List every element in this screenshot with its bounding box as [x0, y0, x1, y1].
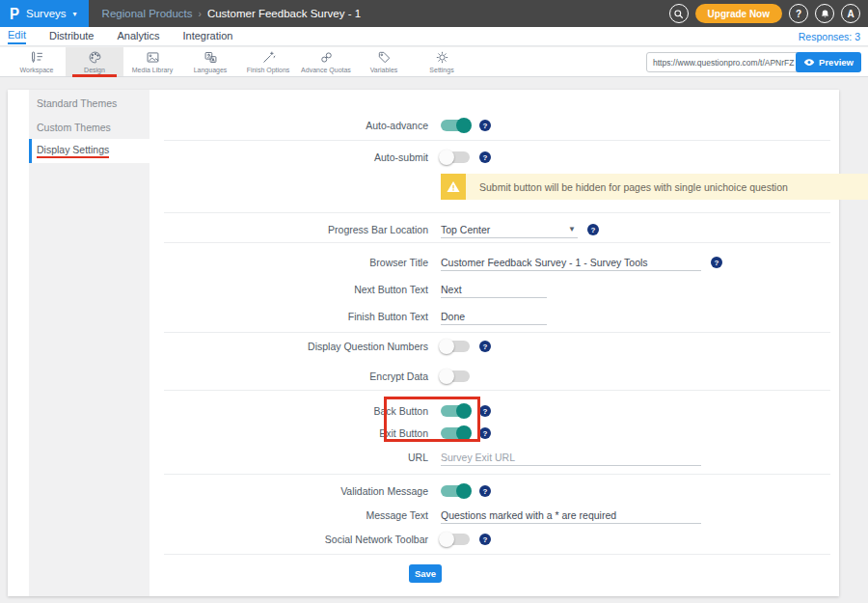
toggle-knob [456, 118, 472, 133]
tab-advance-quotas[interactable]: Advance Quotas [297, 47, 355, 76]
chevron-down-icon: ▼ [568, 225, 578, 233]
breadcrumb-separator: › [199, 9, 202, 19]
help-icon[interactable]: ? [479, 427, 491, 439]
social-network-toolbar-row: Social Network Toolbar ? [149, 529, 829, 550]
toggle-knob [439, 339, 454, 354]
submit-hidden-warning: Submit button will be hidden for pages w… [441, 174, 868, 200]
sidebar-item-display-settings[interactable]: Display Settings [29, 139, 149, 163]
finish-options-icon [261, 50, 276, 65]
survey-nav: Edit Distribute Analytics Integration Re… [0, 27, 868, 46]
display-question-numbers-toggle[interactable] [441, 341, 470, 352]
help-icon[interactable]: ? [479, 341, 491, 352]
surveys-product-menu[interactable]: P Surveys ▾ [0, 0, 89, 27]
social-network-toolbar-label: Social Network Toolbar [149, 534, 428, 545]
social-network-toolbar-toggle[interactable] [441, 534, 470, 545]
toggle-knob [439, 150, 454, 165]
sidebar-item-custom-themes[interactable]: Custom Themes [29, 115, 149, 139]
tab-label: Advance Quotas [301, 67, 351, 73]
back-button-toggle[interactable] [441, 405, 470, 417]
tab-design[interactable]: Design [66, 47, 123, 76]
top-header: P Surveys ▾ Regional Products › Customer… [0, 0, 868, 27]
help-icon[interactable]: ? [711, 257, 722, 268]
help-menu-button[interactable]: ? [789, 4, 808, 23]
tab-label: Languages [194, 67, 228, 73]
help-icon[interactable]: ? [479, 405, 491, 417]
sidebar-item-label: Standard Themes [37, 97, 117, 109]
encrypt-data-toggle[interactable] [441, 370, 470, 382]
selected-option: Top Center [441, 224, 490, 235]
display-question-numbers-label: Display Question Numbers [149, 341, 428, 352]
message-text-input[interactable] [441, 507, 701, 524]
tab-workspace[interactable]: Workspace [8, 47, 66, 76]
help-icon[interactable]: ? [587, 224, 599, 235]
nav-tab-edit[interactable]: Edit [8, 29, 26, 44]
avatar[interactable]: A [841, 4, 860, 23]
sidebar-item-label: Custom Themes [37, 122, 111, 133]
tab-label: Settings [429, 67, 453, 73]
toggle-knob [456, 403, 472, 419]
message-text-label: Message Text [149, 509, 428, 521]
media-library-icon [146, 50, 160, 65]
divider [164, 242, 830, 243]
next-button-text-input[interactable] [441, 281, 547, 298]
nav-tab-distribute[interactable]: Distribute [49, 30, 94, 43]
browser-title-label: Browser Title [149, 257, 428, 268]
nav-tab-analytics[interactable]: Analytics [117, 30, 159, 43]
search-button[interactable] [669, 4, 689, 23]
message-text-row: Message Text [149, 505, 829, 526]
auto-submit-row: Auto-submit ? [149, 147, 829, 168]
chevron-down-icon: ▾ [73, 10, 77, 18]
warning-triangle-icon [447, 180, 460, 193]
tab-languages[interactable]: Languages [181, 47, 239, 76]
sidebar-item-label: Display Settings [37, 144, 109, 158]
nav-tab-integration[interactable]: Integration [182, 30, 232, 43]
tab-finish-options[interactable]: Finish Options [239, 47, 297, 76]
app-menu-label: Surveys [26, 8, 67, 19]
divider [164, 140, 830, 141]
exit-url-input[interactable] [441, 449, 701, 466]
notifications-button[interactable] [815, 4, 834, 23]
tab-label: Media Library [132, 67, 173, 73]
help-icon[interactable]: ? [479, 120, 491, 131]
responses-count[interactable]: Responses: 3 [799, 31, 860, 42]
display-settings-form: Auto-advance ? Auto-submit ? Submit butt… [149, 90, 839, 596]
validation-message-row: Validation Message ? [149, 480, 829, 502]
breadcrumb: Regional Products › Customer Feedback Su… [102, 8, 361, 19]
help-icon[interactable]: ? [479, 534, 491, 545]
toggle-knob [456, 483, 472, 499]
questionpro-logo-icon: P [10, 5, 19, 22]
progress-bar-location-select[interactable]: Top Center ▼ [441, 221, 578, 238]
tab-label: Workspace [20, 67, 54, 73]
advance-quotas-icon [319, 50, 334, 65]
auto-advance-toggle[interactable] [441, 120, 470, 131]
upgrade-now-button[interactable]: Upgrade Now [695, 4, 782, 23]
save-button[interactable]: Save [409, 564, 442, 583]
exit-url-label: URL [149, 452, 428, 463]
survey-url-input[interactable] [653, 58, 796, 68]
exit-button-toggle[interactable] [441, 427, 470, 439]
back-button-row: Back Button ? [149, 400, 829, 422]
auto-submit-toggle[interactable] [441, 151, 470, 163]
progress-bar-location-row: Progress Bar Location Top Center ▼ ? [149, 219, 829, 240]
toggle-knob [456, 425, 472, 441]
validation-message-toggle[interactable] [441, 485, 470, 497]
breadcrumb-parent[interactable]: Regional Products [102, 8, 193, 19]
preview-label: Preview [819, 57, 854, 68]
design-icon [88, 50, 102, 65]
tab-variables[interactable]: Variables [355, 47, 413, 76]
finish-button-text-input[interactable] [441, 308, 547, 325]
tab-media-library[interactable]: Media Library [123, 47, 181, 76]
next-button-text-label: Next Button Text [149, 284, 428, 295]
auto-advance-row: Auto-advance ? [149, 115, 829, 136]
preview-button[interactable]: Preview [796, 52, 861, 72]
progress-bar-location-label: Progress Bar Location [149, 224, 428, 235]
browser-title-input[interactable] [441, 254, 701, 271]
breadcrumb-current: Customer Feedback Survey - 1 [207, 8, 361, 19]
encrypt-data-label: Encrypt Data [149, 370, 428, 382]
eye-icon [803, 58, 815, 67]
sidebar-item-standard-themes[interactable]: Standard Themes [29, 91, 149, 115]
help-icon[interactable]: ? [479, 485, 491, 497]
help-icon[interactable]: ? [479, 151, 491, 163]
tab-settings[interactable]: Settings [413, 47, 471, 76]
exit-button-row: Exit Button ? [149, 423, 829, 444]
